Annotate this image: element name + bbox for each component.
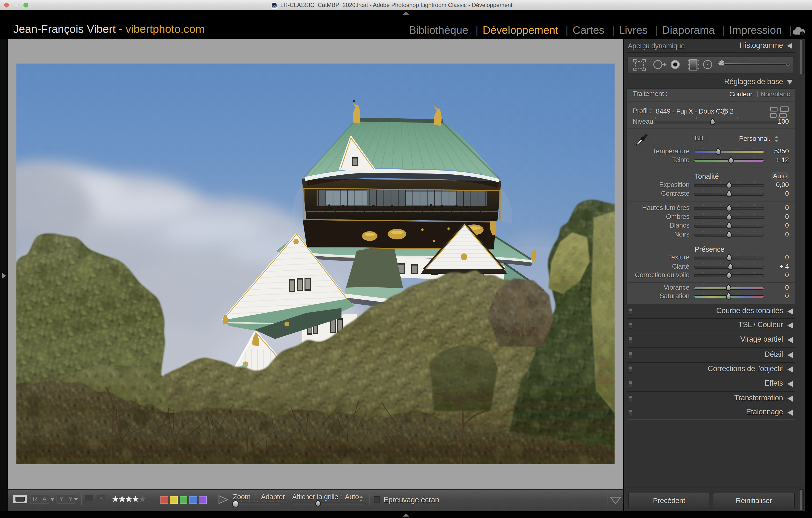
svg-text:Lrc: Lrc bbox=[272, 4, 276, 7]
